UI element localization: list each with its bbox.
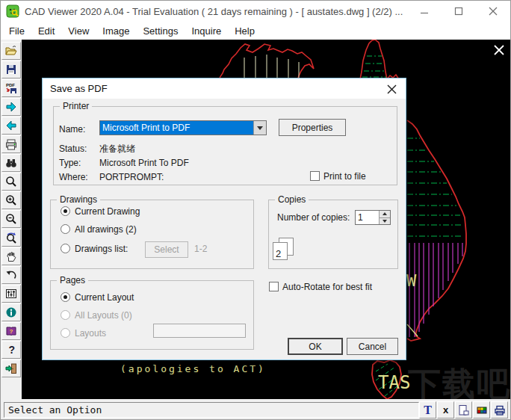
previous-drawing-button[interactable] [1, 117, 21, 135]
properties-button[interactable]: Properties [279, 119, 346, 136]
zoom-in-icon [5, 194, 17, 206]
combo-dropdown-button[interactable] [253, 121, 266, 135]
printer-name-value: Microsoft Print to PDF [100, 121, 253, 135]
drawings-range-label: 1-2 [194, 244, 207, 254]
exit-button[interactable] [1, 359, 21, 377]
minimize-button[interactable] [407, 1, 442, 22]
printer-type-label: Type: [59, 158, 81, 168]
menu-view[interactable]: View [61, 23, 96, 39]
binoculars-icon [5, 157, 17, 169]
all-layouts-radio[interactable] [61, 310, 70, 320]
next-arrow-icon [5, 101, 17, 113]
undo-button[interactable] [1, 266, 21, 284]
zoom-out-button[interactable] [1, 210, 21, 228]
print-to-file-checkbox[interactable] [310, 171, 320, 181]
tas-label: TAS [378, 372, 410, 393]
info-button[interactable] [1, 303, 21, 321]
canvas-close-button[interactable] [493, 44, 505, 56]
ok-button[interactable]: OK [288, 338, 343, 355]
cancel-button[interactable]: Cancel [347, 338, 398, 355]
menu-edit[interactable]: Edit [31, 23, 61, 39]
printer-status-label: Status: [59, 143, 87, 154]
app-icon [6, 4, 19, 18]
status-message-field[interactable]: Select an Option [4, 402, 419, 418]
current-drawing-label: Current Drawing [75, 206, 140, 217]
menu-image[interactable]: Image [96, 23, 136, 39]
zoom-in-button[interactable] [1, 191, 21, 209]
auto-rotate-checkbox[interactable] [269, 282, 279, 291]
current-drawing-radio[interactable] [61, 206, 70, 216]
ok-label: OK [309, 342, 321, 352]
save-pdf-button[interactable]: PDF [1, 79, 21, 97]
zoom-button[interactable] [1, 173, 21, 191]
find-button[interactable] [1, 154, 21, 172]
maximize-icon [454, 7, 463, 16]
current-layout-label: Current Layout [75, 292, 134, 303]
menu-settings[interactable]: Settings [136, 23, 185, 39]
layouts-label: Layouts [75, 328, 106, 339]
palette-button[interactable] [473, 401, 490, 419]
menu-file[interactable]: File [2, 23, 31, 39]
question-icon: ? [5, 344, 17, 356]
open-button[interactable] [1, 42, 21, 60]
all-drawings-label: All drawings (2) [75, 224, 137, 235]
printer-name-combo[interactable]: Microsoft Print to PDF [99, 120, 267, 135]
settings-sliders-button[interactable] [1, 285, 21, 303]
page-badge-number: 2 [276, 248, 281, 259]
help-book-button[interactable]: ? [1, 322, 21, 340]
dialog-close-button[interactable] [387, 84, 397, 94]
text-toggle-button[interactable]: T [419, 401, 436, 419]
printer-where-label: Where: [59, 172, 88, 182]
save-as-pdf-dialog: Save as PDF Printer Name: Microsoft Prin… [42, 78, 406, 360]
marker-toggle-button[interactable]: x [437, 401, 454, 419]
drawings-list-radio[interactable] [61, 244, 70, 253]
layout-button[interactable] [455, 401, 472, 419]
help-button[interactable]: ? [1, 341, 21, 359]
svg-text:?: ? [10, 328, 13, 335]
close-button[interactable] [476, 1, 510, 22]
left-toolbar: PDF [1, 40, 22, 399]
map-outline-capeyork [360, 40, 399, 79]
next-drawing-button[interactable] [1, 98, 21, 116]
maximize-button[interactable] [442, 1, 476, 22]
marker-toggle-label: x [443, 404, 448, 416]
current-layout-radio[interactable] [61, 292, 70, 302]
select-button[interactable]: Select [145, 241, 188, 258]
copies-spinner[interactable]: 1 [355, 210, 391, 225]
help-book-icon: ? [5, 325, 17, 337]
app-window: CAD Viewer 2020 A.04 - Trial Evaluation … [0, 0, 511, 420]
printer-group-label: Printer [60, 101, 92, 111]
pdf-icon-label: PDF [6, 83, 15, 87]
spinner-down-button[interactable] [380, 218, 390, 225]
properties-label: Properties [292, 123, 333, 133]
menu-help[interactable]: Help [228, 23, 261, 39]
exit-door-icon [5, 362, 17, 374]
cancel-label: Cancel [359, 342, 386, 352]
status-message: Select an Option [8, 404, 102, 416]
page-layout-icon [458, 404, 470, 416]
zoom-previous-icon [5, 232, 17, 244]
print-preview-button[interactable] [491, 401, 508, 419]
pan-button[interactable] [1, 247, 21, 265]
dialog-title: Save as PDF [50, 83, 108, 94]
pan-hand-icon [5, 250, 17, 262]
auto-rotate-label: Auto-Rotate for best fit [282, 282, 372, 292]
hatch-nt [244, 55, 299, 78]
minimize-icon [420, 7, 429, 16]
previous-arrow-icon [5, 120, 17, 132]
titlebar: CAD Viewer 2020 A.04 - Trial Evaluation … [1, 1, 510, 22]
undo-arrow-icon [5, 269, 17, 281]
layouts-input[interactable] [153, 324, 246, 338]
layouts-radio[interactable] [61, 328, 70, 338]
printer-where-value: PORTPROMPT: [99, 172, 164, 182]
print-icon [5, 138, 17, 150]
zoom-previous-button[interactable] [1, 229, 21, 247]
spinner-up-button[interactable] [380, 211, 390, 218]
dialog-titlebar[interactable]: Save as PDF [43, 78, 406, 99]
menu-inquire[interactable]: Inquire [185, 23, 228, 39]
save-pdf-icon: PDF [5, 82, 17, 94]
save-button[interactable] [1, 61, 21, 78]
all-drawings-radio[interactable] [61, 224, 70, 234]
print-button[interactable] [1, 135, 21, 153]
menubar: File Edit View Image Settings Inquire He… [1, 22, 510, 40]
